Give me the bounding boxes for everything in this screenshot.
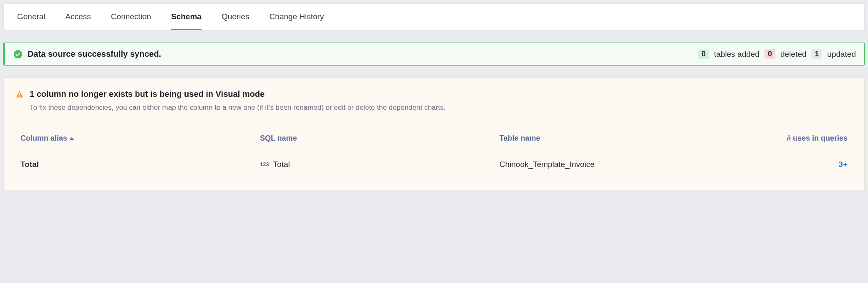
warning-title: 1 column no longer exists but is being u…: [30, 89, 265, 99]
sort-asc-icon: [70, 137, 74, 140]
tables-deleted-label: deleted: [780, 50, 806, 59]
column-header-uses[interactable]: # uses in queries: [739, 134, 848, 143]
cell-sql-name: 123 Total: [260, 160, 493, 169]
column-header-table-name[interactable]: Table name: [500, 134, 732, 143]
column-header-sql-name[interactable]: SQL name: [260, 134, 493, 143]
cell-table-name: Chinook_Template_Invoice: [500, 160, 732, 169]
tab-change-history[interactable]: Change History: [269, 4, 324, 30]
column-header-alias-label: Column alias: [20, 134, 67, 143]
warning-triangle-icon: [15, 90, 24, 99]
column-header-sql-name-label: SQL name: [260, 134, 297, 143]
sync-stats: 0 tables added 0 deleted 1 updated: [698, 49, 856, 59]
uses-in-queries-link[interactable]: 3+: [838, 160, 848, 169]
cell-column-alias: Total: [20, 160, 253, 169]
warning-subtitle: To fix these dependencies, you can eithe…: [30, 102, 853, 113]
tab-bar: General Access Connection Schema Queries…: [4, 4, 864, 30]
tables-updated-label: updated: [827, 50, 856, 59]
numeric-type-icon: 123: [260, 161, 269, 167]
cell-sql-name-text: Total: [273, 160, 290, 169]
tables-deleted-count: 0: [765, 49, 775, 59]
column-header-alias[interactable]: Column alias: [20, 134, 253, 143]
tab-access[interactable]: Access: [66, 4, 91, 30]
tab-schema[interactable]: Schema: [171, 4, 202, 30]
table-header-row: Column alias SQL name Table name # uses …: [15, 130, 853, 148]
column-header-table-name-label: Table name: [500, 134, 540, 143]
column-header-uses-label: # uses in queries: [787, 134, 848, 143]
missing-columns-table: Column alias SQL name Table name # uses …: [15, 130, 853, 173]
svg-rect-1: [19, 93, 20, 96]
tab-general[interactable]: General: [17, 4, 45, 30]
missing-column-warning-card: 1 column no longer exists but is being u…: [3, 77, 865, 190]
tables-updated-count: 1: [811, 49, 822, 59]
tables-added-count: 0: [698, 49, 709, 59]
check-circle-icon: [13, 50, 23, 59]
svg-rect-2: [19, 96, 20, 97]
sync-success-message: Data source successfully synced.: [28, 49, 161, 59]
svg-point-0: [14, 50, 22, 58]
tab-connection[interactable]: Connection: [111, 4, 151, 30]
tab-queries[interactable]: Queries: [222, 4, 250, 30]
table-row: Total 123 Total Chinook_Template_Invoice…: [15, 148, 853, 173]
tables-added-label: tables added: [714, 50, 760, 59]
sync-success-banner: Data source successfully synced. 0 table…: [3, 43, 865, 66]
